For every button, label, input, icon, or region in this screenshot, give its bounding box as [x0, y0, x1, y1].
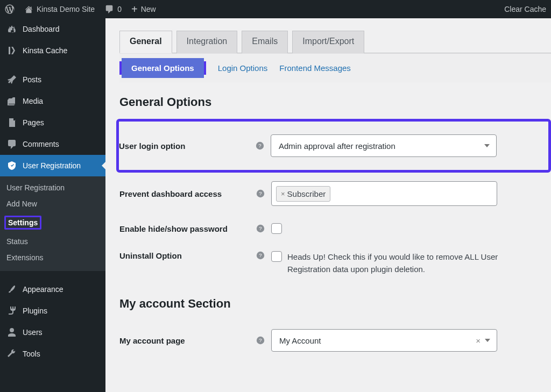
sidebar-item-media[interactable]: Media — [0, 90, 105, 112]
comments-menu[interactable]: 0 — [100, 0, 126, 18]
prevent-dashboard-roles-input[interactable]: × Subscriber — [271, 181, 497, 206]
settings-subtabs: General Options Login Options Frontend M… — [119, 53, 551, 82]
sidebar-label: Users — [23, 328, 43, 337]
submenu-item-user-registration[interactable]: User Registration — [0, 180, 105, 196]
svg-text:?: ? — [259, 252, 262, 258]
sidebar-label: Plugins — [23, 307, 47, 315]
pages-icon — [6, 117, 17, 128]
sidebar-item-posts[interactable]: Posts — [0, 69, 105, 90]
pin-icon — [6, 74, 17, 85]
remove-icon[interactable]: × — [281, 190, 285, 198]
select-value: Admin approval after registration — [279, 141, 395, 151]
help-icon[interactable]: ? — [256, 189, 271, 198]
main-content: General Integration Emails Import/Export… — [105, 18, 551, 392]
plus-icon: + — [131, 4, 138, 15]
new-content-menu[interactable]: + New — [126, 0, 161, 18]
plug-icon — [6, 305, 17, 316]
sidebar-label: Comments — [23, 140, 59, 148]
row-uninstall-option: Uninstall Option ? Heads Up! Check this … — [119, 243, 551, 284]
field-label: Uninstall Option — [119, 251, 256, 260]
sidebar-item-user-registration[interactable]: User Registration — [0, 155, 105, 176]
tab-general[interactable]: General — [119, 31, 172, 53]
tab-emails[interactable]: Emails — [242, 31, 288, 53]
submenu-item-status[interactable]: Status — [0, 233, 105, 250]
clear-cache-button[interactable]: Clear Cache — [499, 0, 551, 18]
row-user-login-option: User login option ? Admin approval after… — [119, 126, 545, 166]
svg-text:?: ? — [259, 225, 262, 231]
sidebar-item-tools[interactable]: Tools — [0, 343, 105, 365]
admin-sidebar: Dashboard Kinsta Cache Posts Media Pages… — [0, 18, 105, 392]
sidebar-item-users[interactable]: Users — [0, 322, 105, 343]
hide-show-password-checkbox[interactable] — [271, 223, 282, 234]
tag-label: Subscriber — [287, 189, 326, 198]
site-menu[interactable]: Kinsta Demo Site — [19, 0, 100, 18]
submenu-item-settings[interactable]: Settings — [0, 212, 105, 233]
subtab-general-options[interactable]: General Options — [122, 58, 204, 78]
user-login-option-select[interactable]: Admin approval after registration — [271, 134, 497, 157]
section-heading-my-account: My account Section — [119, 297, 551, 311]
sidebar-label: Tools — [23, 350, 40, 358]
help-icon[interactable]: ? — [256, 251, 271, 260]
field-label: Enable hide/show password — [119, 224, 256, 233]
help-icon[interactable]: ? — [256, 224, 271, 233]
help-icon[interactable]: ? — [256, 141, 271, 150]
media-icon — [6, 96, 17, 106]
comment-icon — [104, 4, 114, 14]
kinsta-icon — [6, 45, 17, 56]
tab-integration[interactable]: Integration — [176, 31, 238, 53]
sidebar-label: User Registration — [23, 161, 81, 170]
help-icon[interactable]: ? — [256, 336, 271, 345]
sidebar-label: Dashboard — [23, 25, 60, 33]
svg-text:?: ? — [259, 190, 262, 196]
clear-icon[interactable]: × — [476, 336, 481, 345]
wordpress-icon — [5, 4, 15, 14]
highlight: User login option ? Admin approval after… — [116, 119, 551, 173]
highlight: Settings — [4, 216, 41, 230]
submenu-item-add-new[interactable]: Add New — [0, 196, 105, 212]
sidebar-item-pages[interactable]: Pages — [0, 112, 105, 133]
shield-icon — [6, 160, 17, 171]
section-heading-general: General Options — [119, 95, 551, 109]
chevron-down-icon — [485, 339, 490, 342]
user-icon — [6, 327, 17, 338]
subtab-login-options[interactable]: Login Options — [218, 63, 268, 73]
subtab-frontend-messages[interactable]: Frontend Messages — [279, 63, 351, 73]
uninstall-desc: Heads Up! Check this if you would like t… — [287, 251, 519, 275]
comments-icon — [6, 139, 17, 149]
row-prevent-dashboard-access: Prevent dashboard access ? × Subscriber — [119, 173, 551, 215]
row-enable-hide-show-password: Enable hide/show password ? — [119, 215, 551, 243]
sidebar-label: Kinsta Cache — [23, 46, 67, 55]
site-title: Kinsta Demo Site — [37, 5, 95, 13]
highlight: General Options — [119, 61, 206, 75]
select-value: My Account — [279, 336, 321, 345]
settings-tabs: General Integration Emails Import/Export — [119, 30, 551, 53]
field-label: My account page — [119, 336, 256, 345]
admin-bar: Kinsta Demo Site 0 + New Clear Cache — [0, 0, 551, 18]
uninstall-checkbox[interactable] — [271, 251, 282, 262]
chevron-down-icon — [484, 144, 490, 147]
my-account-page-select[interactable]: My Account × — [271, 329, 497, 352]
submenu-item-extensions[interactable]: Extensions — [0, 250, 105, 266]
sidebar-item-kinsta-cache[interactable]: Kinsta Cache — [0, 40, 105, 61]
field-label: Prevent dashboard access — [119, 189, 256, 198]
dashboard-icon — [6, 24, 17, 34]
sidebar-item-comments[interactable]: Comments — [0, 133, 105, 155]
sidebar-label: Posts — [23, 75, 41, 84]
sidebar-label: Media — [23, 97, 43, 105]
wp-logo[interactable] — [0, 0, 19, 18]
row-my-account-page: My account page ? My Account × — [119, 320, 551, 360]
comments-count: 0 — [117, 5, 122, 13]
home-icon — [24, 5, 33, 14]
wrench-icon — [6, 348, 17, 359]
sidebar-item-plugins[interactable]: Plugins — [0, 300, 105, 322]
sidebar-label: Appearance — [23, 285, 63, 294]
sidebar-item-dashboard[interactable]: Dashboard — [0, 18, 105, 40]
role-tag[interactable]: × Subscriber — [276, 186, 330, 202]
brush-icon — [6, 284, 17, 295]
sidebar-item-appearance[interactable]: Appearance — [0, 279, 105, 300]
svg-text:?: ? — [259, 337, 262, 343]
tab-import-export[interactable]: Import/Export — [292, 31, 364, 53]
sidebar-label: Pages — [23, 118, 44, 127]
field-label: User login option — [119, 141, 256, 151]
new-label: New — [141, 5, 156, 13]
